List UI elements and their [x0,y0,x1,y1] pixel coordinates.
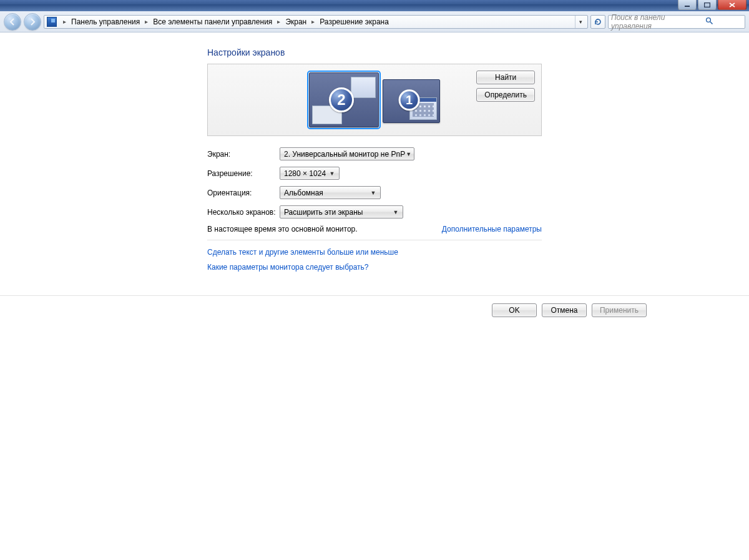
svg-rect-0 [685,6,690,7]
page-title: Настройки экранов [207,47,542,57]
back-button[interactable] [4,13,21,31]
monitor-2[interactable]: 2 [309,72,379,127]
svg-point-2 [707,17,711,22]
search-input[interactable]: Поиск в панели управления [608,15,745,29]
search-placeholder: Поиск в панели управления [611,13,677,31]
svg-line-3 [710,22,713,24]
screen-value: 2. Универсальный монитор не PnP [284,150,405,159]
multi-label: Несколько экранов: [207,208,280,217]
advanced-settings-link[interactable]: Дополнительные параметры [442,225,542,233]
control-panel-icon [47,17,57,27]
search-icon [677,17,742,27]
breadcrumb-item[interactable]: Все элементы панели управления [152,17,273,26]
monitor-preview-box: 2 1 Найти Определить [207,64,542,136]
orientation-label: Ориентация: [207,189,280,197]
breadcrumb-sep [308,18,318,25]
breadcrumb-dropdown[interactable]: ▾ [575,16,586,28]
svg-rect-1 [705,2,710,7]
resolution-select[interactable]: 1280 × 1024 ▼ [280,167,340,180]
which-settings-link[interactable]: Какие параметры монитора следует выбрать… [207,263,542,272]
resolution-value: 1280 × 1024 [284,169,327,178]
text-size-link[interactable]: Сделать текст и другие элементы больше и… [207,248,542,257]
multi-value: Расширить эти экраны [284,208,391,217]
primary-monitor-note: В настоящее время это основной монитор. [207,225,358,233]
breadcrumb-item[interactable]: Экран [284,17,308,26]
breadcrumb-item[interactable]: Панель управления [70,17,141,26]
chevron-down-icon: ▼ [405,151,411,157]
breadcrumb[interactable]: Панель управления Все элементы панели уп… [44,15,588,29]
maximize-button[interactable] [698,0,717,10]
minimize-button[interactable] [678,0,697,10]
close-button[interactable] [718,0,747,10]
chevron-down-icon: ▼ [368,190,378,196]
monitor-number-badge: 1 [399,89,420,111]
breadcrumb-sep [273,18,284,25]
forward-button[interactable] [24,13,41,31]
monitor-number-badge: 2 [329,87,354,112]
chevron-down-icon: ▼ [391,209,400,215]
breadcrumb-sep [59,18,70,25]
orientation-select[interactable]: Альбомная ▼ [280,186,381,199]
ok-button[interactable]: OK [492,303,537,317]
resolution-label: Разрешение: [207,169,280,178]
apply-button[interactable]: Применить [592,303,647,317]
screen-select[interactable]: 2. Универсальный монитор не PnP ▼ [280,147,414,160]
navbar: Панель управления Все элементы панели уп… [0,11,749,32]
dialog-footer: OK Отмена Применить [102,296,647,317]
cancel-button[interactable]: Отмена [542,303,587,317]
titlebar [0,0,749,11]
breadcrumb-item[interactable]: Разрешение экрана [318,17,390,26]
screen-label: Экран: [207,150,280,159]
settings-form: Экран: 2. Универсальный монитор не PnP ▼… [207,147,542,272]
chevron-down-icon: ▼ [327,170,336,177]
page: Настройки экранов 2 1 Найти Определить [0,32,749,285]
window-decoration [351,77,376,98]
breadcrumb-sep [141,18,152,25]
find-button[interactable]: Найти [476,71,535,84]
orientation-value: Альбомная [284,189,368,197]
monitor-1[interactable]: 1 [383,79,440,123]
multi-display-select[interactable]: Расширить эти экраны ▼ [280,205,403,219]
refresh-button[interactable] [590,15,605,29]
settings-panel: Настройки экранов 2 1 Найти Определить [207,47,542,278]
identify-button[interactable]: Определить [476,88,535,102]
